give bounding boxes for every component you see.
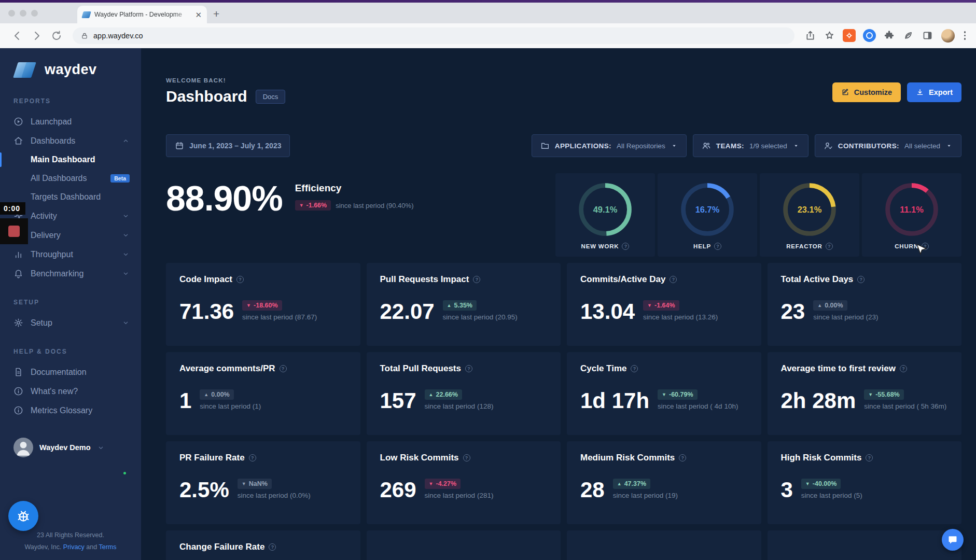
recording-stop-button[interactable] [0,218,28,244]
sidebar-item-label: Metrics Glossary [31,406,130,415]
help-icon[interactable] [900,365,907,372]
help-icon[interactable] [631,365,638,372]
caret-down-icon [792,142,800,149]
sidebar-nav: REPORTSLaunchpadDashboardsMain Dashboard… [0,97,141,420]
terms-link[interactable]: Terms [99,543,116,551]
filter-dropdowns: APPLICATIONS:All RepositoriesTEAMS:1/9 s… [532,134,961,157]
sidebar-item-setup[interactable]: Setup [0,313,141,332]
customize-button[interactable]: Customize [832,82,901,102]
lock-icon [81,32,88,39]
filter-dropdown-applications[interactable]: APPLICATIONS:All Repositories [532,134,687,157]
sidebar-item-dashboards[interactable]: Dashboards [0,131,141,150]
sidebar-item-metrics-glossary[interactable]: Metrics Glossary [0,401,141,420]
svg-text:16.7%: 16.7% [695,205,720,214]
metric-title: Cycle Time [580,363,626,374]
hubspot-extension-icon[interactable] [843,29,856,42]
sidebar-item-label: Launchpad [31,117,130,127]
window-close-icon[interactable] [8,10,15,17]
sidebar-panel-icon[interactable] [922,30,933,41]
play-circle-icon [13,117,23,127]
docs-badge[interactable]: Docs [256,90,286,104]
mouse-cursor [916,244,927,257]
export-button[interactable]: Export [907,82,961,102]
sidebar-item-label: Dashboards [31,136,115,146]
bar-chart-icon [13,249,23,259]
metric-value: 2.5% [179,480,229,500]
tab-close-icon[interactable]: ✕ [195,11,202,19]
metric-since-text: since last period (128) [425,402,494,410]
help-icon[interactable] [826,243,833,250]
sidebar-item-label: What's new? [31,387,130,396]
help-icon[interactable] [249,454,256,461]
extensions-puzzle-icon[interactable] [884,30,895,41]
sidebar-item-benchmarking[interactable]: Benchmarking [0,264,141,283]
metric-card-low-risk-commits: Low Risk Commits269▼-4.27%since last per… [367,441,561,524]
reload-icon[interactable] [50,30,63,42]
sidebar-item-main-dashboard[interactable]: Main Dashboard [0,150,141,169]
window-controls[interactable] [0,3,47,23]
metric-card-pull-requests-impact: Pull Requests Impact22.07▲5.35%since las… [367,263,561,346]
user-name: Waydev Demo [39,443,91,452]
chat-widget-button[interactable] [942,529,964,551]
metric-title: Commits/Active Day [580,274,665,285]
browser-menu-icon[interactable] [964,31,966,40]
browser-profile-avatar[interactable] [941,29,955,43]
help-icon[interactable] [269,543,276,551]
metric-since-text: since last period (281) [425,492,494,499]
metric-card-empty [567,530,761,560]
main-content: WELCOME BACK! Dashboard Docs Customize E… [141,48,976,560]
metric-title: PR Failure Rate [179,453,245,463]
window-zoom-icon[interactable] [31,10,38,17]
document-icon [13,367,23,377]
browser-tab[interactable]: Waydev Platform - Developme ✕ [77,6,207,23]
window-minimize-icon[interactable] [20,10,26,17]
donut-chart-refactor: 23.1% [779,179,840,240]
help-icon[interactable] [463,454,470,461]
sidebar-item-throughput[interactable]: Throughput [0,245,141,264]
privacy-link[interactable]: Privacy [63,543,85,551]
filter-dropdown-teams[interactable]: TEAMS:1/9 selected [693,134,808,157]
user-check-icon [824,141,833,150]
help-icon[interactable] [670,276,677,283]
help-icon[interactable] [473,276,480,283]
sidebar-item-launchpad[interactable]: Launchpad [0,112,141,131]
gauge-label: NEW WORK [581,243,619,249]
filter-value: All selected [904,142,940,150]
filter-dropdown-contributors[interactable]: CONTRIBUTORS:All selected [815,134,961,157]
help-icon[interactable] [465,365,472,372]
metric-card-empty [367,530,561,560]
gauge-card-new-work: 49.1%NEW WORK [555,173,655,257]
bell-icon [13,269,23,278]
help-icon[interactable] [857,276,865,283]
help-icon[interactable] [866,454,873,461]
help-icon[interactable] [280,365,287,372]
sidebar: waydev REPORTSLaunchpadDashboardsMain Da… [0,48,141,560]
leaf-extension-icon[interactable] [903,30,914,41]
date-range-picker[interactable]: June 1, 2023 – July 1, 2023 [166,134,290,157]
waydev-logo[interactable]: waydev [0,62,141,78]
chevron-up-icon [122,137,130,145]
sidebar-item-all-dashboards[interactable]: All DashboardsBeta [0,169,141,188]
password-manager-extension-icon[interactable] [863,29,876,42]
metric-title: Average time to first review [781,363,896,374]
help-icon[interactable] [236,276,244,283]
bug-report-button[interactable] [8,501,38,531]
metric-title: Low Risk Commits [380,453,459,463]
user-menu[interactable]: Waydev Demo [0,438,141,457]
metric-value: 13.04 [580,301,635,322]
sidebar-item-documentation[interactable]: Documentation [0,362,141,382]
sidebar-item-what-s-new[interactable]: What's new? [0,382,141,401]
efficiency-value: 88.90% [166,180,283,257]
legal-line: Waydev, Inc. Privacy and Terms [0,541,141,553]
forward-icon[interactable] [31,30,43,42]
help-icon[interactable] [679,454,686,461]
back-icon[interactable] [11,30,23,42]
help-icon[interactable] [714,243,721,250]
share-icon[interactable] [805,30,816,41]
help-icon[interactable] [622,243,629,250]
url-bar[interactable]: app.waydev.co [73,27,794,44]
new-tab-button[interactable]: + [213,8,219,23]
efficiency-band: 88.90% Efficiency ▼-1.66% since last per… [166,173,961,257]
bookmark-star-icon[interactable] [824,30,835,41]
metric-title: Change Failure Rate [179,542,264,552]
